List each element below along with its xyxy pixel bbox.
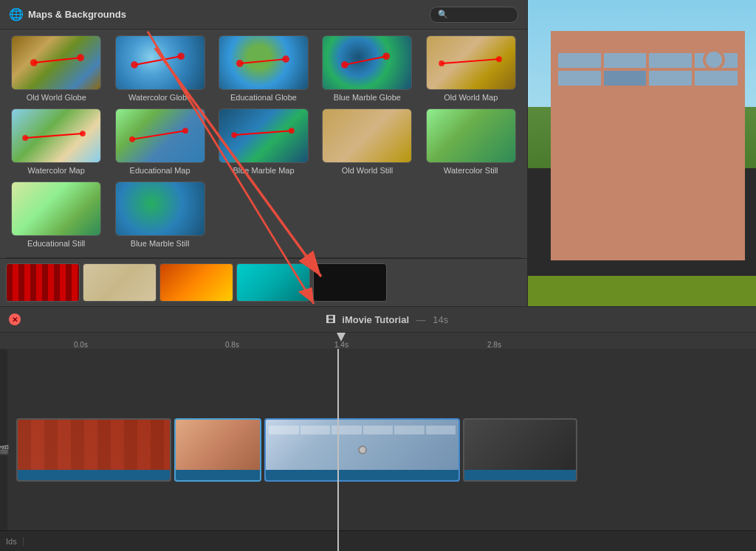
ruler-mark-08: 0.8s: [225, 341, 239, 349]
map-item-old-world-globe[interactable]: Old World Globe: [6, 35, 106, 105]
playhead-triangle: [337, 333, 346, 342]
clip-building-wide[interactable]: [264, 418, 460, 482]
top-section: 🌐 Maps & Backgrounds 🔍 Old World Glob: [0, 0, 756, 306]
close-icon: ✕: [12, 316, 18, 324]
map-item-educational-still[interactable]: Educational Still: [6, 181, 106, 252]
svg-line-8: [240, 59, 286, 63]
svg-line-2: [34, 58, 80, 63]
maps-header: 🌐 Maps & Backgrounds 🔍: [0, 0, 527, 30]
bg-thumb-parchment[interactable]: [83, 263, 157, 302]
map-item-watercolor-globe[interactable]: Watercolor Globe: [109, 35, 210, 105]
clip-mugs-waveform: [18, 470, 170, 480]
timeline-dash: —: [416, 314, 426, 325]
map-item-blue-marble-globe[interactable]: Blue Marble Globe: [317, 35, 417, 105]
map-thumb-watercolor-globe: [115, 35, 205, 90]
ruler-mark-14: 1.4s: [334, 341, 348, 349]
clip-machinery-waveform: [464, 470, 576, 480]
map-label-old-world-map: Old World Map: [444, 93, 498, 102]
timeline-section: ✕ 🎞 iMovie Tutorial — 14s 0.0s 0.8s 1.4s…: [0, 306, 756, 551]
svg-line-23: [234, 131, 292, 135]
map-thumb-blue-marble-globe: [322, 35, 412, 90]
film-icon: 🎞: [326, 314, 335, 325]
clip-machinery[interactable]: [463, 418, 577, 482]
bg-thumb-red[interactable]: [6, 263, 80, 302]
map-item-blue-marble-still[interactable]: Blue Marble Still: [109, 181, 210, 252]
preview-image: [528, 0, 756, 306]
ids-label: Ids: [6, 537, 24, 546]
map-thumb-educational-globe: [219, 35, 309, 90]
map-thumb-old-world-still: [322, 108, 412, 163]
map-thumb-educational-still: [11, 181, 101, 236]
clip-building-close[interactable]: [174, 418, 261, 482]
map-item-watercolor-map[interactable]: Watercolor Map: [6, 108, 106, 179]
project-name: iMovie Tutorial: [342, 314, 409, 325]
clip-mugs[interactable]: [16, 418, 171, 482]
clip-playhead-circle: [358, 446, 367, 454]
close-button[interactable]: ✕: [9, 313, 21, 325]
map-label-watercolor-map: Watercolor Map: [28, 166, 85, 175]
timeline-content[interactable]: 🎬: [0, 349, 756, 551]
bg-thumb-cyan[interactable]: [236, 263, 310, 302]
map-label-old-world-globe: Old World Globe: [27, 93, 86, 102]
timeline-header: ✕ 🎞 iMovie Tutorial — 14s: [0, 306, 756, 333]
maps-panel-title: Maps & Backgrounds: [28, 9, 126, 20]
maps-panel: 🌐 Maps & Backgrounds 🔍 Old World Glob: [0, 0, 528, 306]
map-item-old-world-map[interactable]: Old World Map: [421, 35, 521, 105]
timeline-duration: 14s: [433, 314, 448, 325]
map-thumb-blue-marble-still: [115, 181, 205, 236]
ground: [528, 276, 756, 307]
map-label-blue-marble-globe: Blue Marble Globe: [334, 93, 401, 102]
map-label-old-world-still: Old World Still: [342, 166, 393, 175]
building-facade: [551, 31, 745, 260]
map-thumb-educational-map: [115, 108, 205, 163]
map-item-educational-map[interactable]: Educational Map: [109, 108, 210, 179]
timeline-title: 🎞 iMovie Tutorial — 14s: [27, 314, 747, 325]
search-icon: 🔍: [438, 10, 448, 19]
search-box[interactable]: 🔍: [430, 7, 518, 23]
bg-thumb-black[interactable]: [313, 263, 387, 302]
svg-line-17: [25, 134, 83, 138]
globe-icon: 🌐: [9, 7, 24, 21]
map-item-watercolor-still[interactable]: Watercolor Still: [421, 108, 521, 179]
map-label-educational-still: Educational Still: [27, 239, 85, 248]
map-item-old-world-still[interactable]: Old World Still: [317, 108, 417, 179]
map-thumb-blue-marble-map: [219, 108, 309, 163]
map-label-educational-map: Educational Map: [130, 166, 190, 175]
svg-line-14: [441, 59, 499, 63]
bg-thumb-gradient-red[interactable]: [159, 263, 233, 302]
maps-header-left: 🌐 Maps & Backgrounds: [9, 7, 126, 21]
map-label-blue-marble-map: Blue Marble Map: [233, 166, 294, 175]
svg-line-11: [345, 56, 386, 65]
map-label-blue-marble-still: Blue Marble Still: [131, 239, 189, 248]
clip-building-close-waveform: [176, 470, 260, 480]
backgrounds-row: [0, 258, 527, 306]
timeline-ruler: 0.0s 0.8s 1.4s 2.8s: [0, 333, 756, 349]
bottom-bar: Ids: [0, 530, 756, 551]
map-thumb-old-world-map: [426, 35, 516, 90]
preview-panel: [528, 0, 756, 306]
clip-building-wide-waveform: [266, 470, 458, 480]
timeline-left-edge: 🎬: [0, 349, 7, 551]
ruler-mark-28: 2.8s: [487, 341, 501, 349]
timeline-playhead-line: [337, 349, 339, 551]
svg-line-20: [132, 131, 185, 139]
svg-line-5: [134, 56, 181, 65]
ruler-mark-0: 0.0s: [74, 341, 88, 349]
map-thumb-watercolor-map: [11, 108, 101, 163]
map-thumb-watercolor-still: [426, 108, 516, 163]
map-label-watercolor-globe: Watercolor Globe: [128, 93, 191, 102]
map-thumb-old-world-globe: [11, 35, 101, 90]
map-label-educational-globe: Educational Globe: [230, 93, 297, 102]
map-label-watercolor-still: Watercolor Still: [444, 166, 498, 175]
maps-grid: Old World Globe Watercolor Globe: [0, 30, 527, 257]
map-item-educational-globe[interactable]: Educational Globe: [213, 35, 314, 105]
building-wide-windows: [266, 423, 458, 437]
map-item-blue-marble-map[interactable]: Blue Marble Map: [213, 108, 314, 179]
